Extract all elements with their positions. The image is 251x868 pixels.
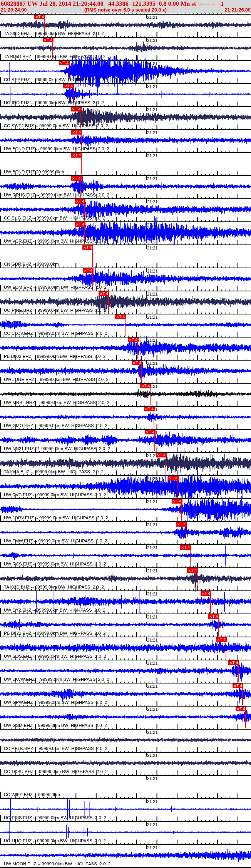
pick-flag-clcv[interactable]: ×T 4	[115, 314, 126, 319]
minute-tick-label: 21:21	[147, 85, 158, 89]
trace-label-jone: UW JONE.EHZ -- 99999.0km BW HIGHPASS 2.0…	[4, 377, 109, 382]
trace-label-swf2: CC SWF2.BHZ -- 99999.0km BW HIGHPASS 2.0…	[4, 123, 108, 128]
pick-flag-i02d[interactable]: ×T 4	[187, 568, 198, 573]
minute-tick-label: 21:21	[147, 177, 158, 181]
trace-label-pine: UO PINE.BHZ -- 99999.0km BW HIGHPASS 2.0…	[4, 308, 106, 313]
trace-label-gdr: CN GDR.EHZ -- 99999.0km	[4, 262, 59, 267]
trace-label-huo: UO HUO.EHZ -- 99999.0km BW HIGHPASS 2.0 …	[4, 838, 106, 843]
trace-label-i04a: TA I04A.BHZ -- 99999.0km BW HIGHPASS 2.0…	[4, 469, 104, 474]
minute-tick-label: 21:21	[147, 684, 158, 688]
pick-flag-rvc[interactable]: ×T 4	[168, 476, 179, 481]
trace-label-sos: UW SOS.EHZ -- 99999.0km BW HIGHPASS 2.0 …	[4, 654, 106, 659]
trace-label-rrhs: UW RRHS.EHZ -- 99999.0km BW HIGHPASS 2.0…	[4, 193, 109, 198]
trace-label-iro: UO IRO.EHZ -- 99999.0km BW HIGHPASS 2.0 …	[4, 100, 104, 105]
pick-flag-gsm[interactable]: ×T 4	[236, 707, 246, 711]
minute-tick-label: 21:21	[147, 131, 158, 135]
pick-flag-lkvw[interactable]: ×T 4	[228, 660, 239, 665]
minute-tick-label: 21:21	[147, 707, 158, 712]
pick-flag-b05d[interactable]: ×T 4	[43, 38, 54, 42]
trace-label-gmo: UW GMO.EHZ -- 99999.0km BW HIGHPASS 2.0 …	[4, 423, 107, 428]
minute-tick-label: 21:21	[147, 846, 158, 850]
minute-tick-label: 21:21	[147, 523, 158, 527]
minute-tick-label: 21:21	[147, 592, 158, 596]
pick-flag-bend[interactable]: ×T 4	[71, 130, 82, 135]
pick-flag-i05d[interactable]: ×T 4	[34, 15, 45, 19]
pick-flag-gdr[interactable]: ×T 4	[82, 245, 93, 250]
pick-flag-sug[interactable]: ×T 4	[75, 199, 85, 204]
trace-label-bend: UW BEND.EHZ -- 99999.0km BW HIGHPASS 2.0…	[4, 146, 109, 151]
trace-label-tcbu: CC TCBU.BHZ -- 99999.0km BW HIGHPASS 2.0…	[4, 769, 108, 774]
pick-flag-jone[interactable]: ×T 4	[132, 361, 142, 365]
pick-flag-sep[interactable]: ×T 4	[59, 61, 70, 65]
trace-label-i02d: TA I02D.BHZ -- 99999.0km BW HIGHPASS 2.0…	[4, 585, 104, 590]
minute-tick-label: 21:21	[147, 361, 158, 366]
seismic-review-window: 60828887 UW Jul 28, 2014 21:20:44.00 44.…	[0, 0, 251, 868]
rms-scale-note: (RMS noise over 6.0 s scaled 20.0 x)	[0, 7, 251, 13]
pick-flag-gpw[interactable]: ×T 4	[233, 683, 243, 688]
pick-flag-fmw[interactable]: ×T 4	[176, 522, 187, 527]
trace-label-gsm: UW GSM.EHZ -- 99999.0km BW HIGHPASS 2.0 …	[4, 723, 107, 728]
trace-label-sug: CC SUG.EHZ -- 99999.0km BW HIGHPASS 2.0 …	[4, 216, 105, 221]
pick-flag-pine[interactable]: ×T 4	[99, 291, 109, 296]
trace-label-wife: CC WIFE.BHZ -- 99999.0km	[4, 792, 60, 797]
trace-label-clcv: CC CLCV.EHZ -- 99999.0km BW HIGHPASS 2.0…	[4, 331, 107, 336]
minute-tick-label: 21:21	[147, 338, 158, 343]
trace-label-prlk: CC PRLK.BHZ -- 99999.0km BW HIGHPASS 2.0…	[4, 746, 107, 751]
pick-flag-nn21[interactable]: ×T 4	[145, 430, 156, 434]
trace-label-fmw: UW FMW.EHZ -- 99999.0km BW HIGHPASS 2.0 …	[4, 539, 107, 544]
pick-flag-b003[interactable]: ×T 4	[128, 338, 139, 342]
minute-tick-label: 21:21	[147, 154, 158, 158]
minute-tick-label: 21:21	[147, 638, 158, 642]
minute-tick-label: 21:21	[147, 661, 158, 665]
pick-flag-swf2[interactable]: ×T 4	[71, 107, 82, 111]
pick-flag-bend-20[interactable]: ×T 4	[71, 153, 82, 158]
minute-tick-label: 21:21	[147, 62, 158, 66]
minute-tick-label: 21:21	[147, 200, 158, 204]
minute-tick-label: 21:21	[147, 223, 158, 227]
pick-flag-jorv[interactable]: ×T 4	[172, 499, 182, 504]
trace-label-gpw: UW GPW.EHZ -- 99999.0km BW HIGHPASS 2.0 …	[4, 700, 107, 705]
event-header: 60828887 UW Jul 28, 2014 21:20:44.00 44.…	[0, 0, 251, 13]
minute-tick-label: 21:21	[147, 315, 158, 319]
minute-tick-label: 21:21	[147, 269, 158, 273]
minute-tick-label: 21:21	[147, 292, 158, 296]
minute-tick-label: 21:21	[147, 615, 158, 619]
window-end-time: 21:21:26.00	[225, 7, 251, 13]
pick-flag-b022[interactable]: ×T 4	[208, 614, 219, 619]
pick-flag-mrbl[interactable]: ×T 4	[140, 384, 151, 388]
trace-label-vcr: UW VCR.EHZ -- 99999.0km BW HIGHPASS 2.0 …	[4, 239, 106, 244]
trace-label-rvc: UW RVC.EHZ -- 99999.0km BW HIGHPASS 2.0 …	[4, 492, 106, 497]
pick-flag-edm[interactable]: ×T 4	[83, 268, 94, 273]
trace-label-b05d: TA B05D.BHZ -- 99999.0km BW HIGHPASS 2.0…	[4, 54, 105, 59]
trace-label-nn21: UW NN21.EHZ.01 99999.0km BW HIGHPASS 2.0…	[4, 446, 110, 451]
pick-flag-vcr[interactable]: ×T 4	[75, 222, 85, 227]
minute-tick-label: 21:21	[147, 477, 158, 481]
trace-label-rcs: UW RCS.EHZ -- 99999.0km BW HIGHPASS 2.0 …	[4, 562, 106, 567]
pick-flag-iro[interactable]: ×T 4	[63, 84, 74, 88]
minute-tick-label: 21:21	[147, 108, 158, 112]
pick-flag-i04a[interactable]: ×T 4	[156, 453, 167, 457]
trace-label-moon: UW MOON.EHZ -- 99999.0km BW HIGHPASS 2.0…	[4, 861, 110, 866]
minute-tick-label: 21:21	[147, 38, 158, 43]
pick-flag-gmo[interactable]: ×T 4	[144, 407, 155, 411]
time-window-bar: 21:20:24.00 (RMS noise over 6.0 s scaled…	[0, 7, 251, 13]
pick-flag-dy2[interactable]: ×T 4	[201, 591, 211, 596]
trace-label-edm: UW EDM.EHZ -- 99999.0km BW HIGHPASS 2.0 …	[4, 285, 107, 290]
minute-tick-label: 21:21	[147, 753, 158, 758]
minute-tick-label: 21:21	[147, 800, 158, 804]
pick-flag-rrhs[interactable]: ×T 4	[71, 176, 82, 181]
trace-label-bend-20: UW BEND.EHZ.20 99999.0km	[4, 170, 64, 175]
trace-label-jorv: UW JORV.EHZ -- 99999.0km BW HIGHPASS 2.0…	[4, 515, 108, 520]
minute-tick-label: 21:21	[147, 823, 158, 827]
trace-label-lkvw: UW LKVW.EHZ -- 99999.0km BW HIGHPASS 2.0…	[4, 677, 109, 682]
minute-tick-label: 21:21	[147, 500, 158, 504]
minute-tick-label: 21:21	[147, 730, 158, 735]
event-summary: 60828887 UW Jul 28, 2014 21:20:44.00 44.…	[1, 0, 251, 7]
trace-label-fris: UO FRIS.EHZ -- 99999.0km BW HIGHPASS 2.0…	[4, 815, 106, 820]
trace-label-b022: PB B022.EHZ -- 99999.0km BW HIGHPASS 2.0…	[4, 631, 105, 636]
minute-tick-label: 21:21	[147, 546, 158, 550]
minute-tick-label: 21:21	[147, 15, 158, 20]
pick-flag-rcs[interactable]: ×T 4	[180, 545, 191, 550]
minute-tick-label: 21:21	[147, 569, 158, 573]
pick-flag-sos[interactable]: ×T 4	[216, 637, 227, 642]
